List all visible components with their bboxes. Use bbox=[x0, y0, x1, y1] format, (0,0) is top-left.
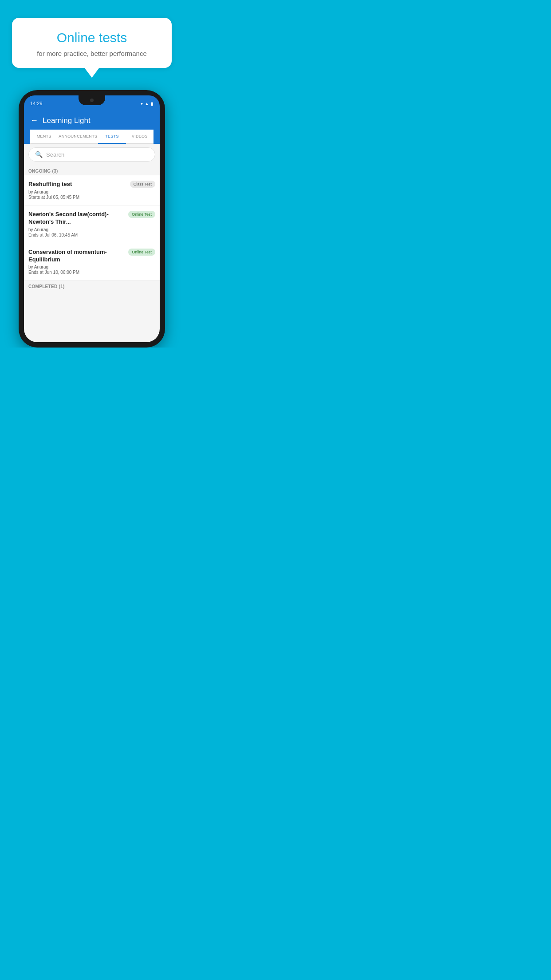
tab-ments[interactable]: MENTS bbox=[30, 130, 58, 143]
completed-section-label: COMPLETED (1) bbox=[24, 281, 160, 291]
test-item[interactable]: Conservation of momentum-Equilibrium Onl… bbox=[24, 243, 160, 281]
speech-bubble: Online tests for more practice, better p… bbox=[12, 18, 172, 68]
test-item-header: Newton's Second law(contd)-Newton's Thir… bbox=[28, 211, 155, 226]
tab-announcements[interactable]: ANNOUNCEMENTS bbox=[58, 130, 98, 143]
app-header-top: ← Learning Light bbox=[30, 116, 153, 130]
test-author: by Anurag bbox=[28, 265, 155, 269]
status-time: 14:29 bbox=[30, 101, 43, 106]
search-bar[interactable]: 🔍 Search bbox=[28, 147, 155, 162]
test-item-header: Reshuffling test Class Test bbox=[28, 181, 155, 188]
test-meta: by Anurag Starts at Jul 05, 05:45 PM bbox=[28, 190, 155, 200]
test-item-header: Conservation of momentum-Equilibrium Onl… bbox=[28, 249, 155, 264]
test-time: Starts at Jul 05, 05:45 PM bbox=[28, 195, 155, 200]
test-badge: Online Test bbox=[128, 211, 155, 218]
app-title: Learning Light bbox=[43, 116, 91, 125]
back-button[interactable]: ← bbox=[30, 116, 38, 125]
test-meta: by Anurag Ends at Jul 06, 10:45 AM bbox=[28, 227, 155, 237]
camera-dot bbox=[90, 99, 94, 102]
promo-title: Online tests bbox=[23, 30, 161, 45]
test-meta: by Anurag Ends at Jun 10, 06:00 PM bbox=[28, 265, 155, 275]
promo-area: Online tests for more practice, better p… bbox=[0, 0, 184, 68]
test-name: Conservation of momentum-Equilibrium bbox=[28, 249, 125, 264]
test-author: by Anurag bbox=[28, 190, 155, 194]
promo-subtitle: for more practice, better performance bbox=[23, 50, 161, 57]
tests-list: Reshuffling test Class Test by Anurag St… bbox=[24, 175, 160, 281]
test-time: Ends at Jun 10, 06:00 PM bbox=[28, 270, 155, 275]
phone-outer: 14:29 ▾ ▲ ▮ ← Learning Light bbox=[19, 90, 165, 348]
phone-mockup: 14:29 ▾ ▲ ▮ ← Learning Light bbox=[19, 90, 165, 348]
test-item[interactable]: Newton's Second law(contd)-Newton's Thir… bbox=[24, 205, 160, 243]
app-header: ← Learning Light MENTS ANNOUNCEMENTS TES… bbox=[24, 111, 160, 144]
status-bar: 14:29 ▾ ▲ ▮ bbox=[24, 95, 160, 111]
tab-videos[interactable]: VIDEOS bbox=[126, 130, 153, 143]
test-name: Newton's Second law(contd)-Newton's Thir… bbox=[28, 211, 125, 226]
test-time: Ends at Jul 06, 10:45 AM bbox=[28, 233, 155, 237]
status-icons: ▾ ▲ ▮ bbox=[141, 101, 153, 106]
test-name: Reshuffling test bbox=[28, 181, 126, 188]
test-author: by Anurag bbox=[28, 227, 155, 232]
search-input[interactable]: Search bbox=[46, 151, 64, 158]
test-badge: Class Test bbox=[130, 181, 155, 188]
tabs-bar: MENTS ANNOUNCEMENTS TESTS VIDEOS bbox=[30, 130, 153, 144]
search-icon: 🔍 bbox=[35, 151, 43, 158]
wifi-icon: ▾ bbox=[141, 101, 143, 106]
search-container: 🔍 Search bbox=[24, 144, 160, 165]
phone-screen: ← Learning Light MENTS ANNOUNCEMENTS TES… bbox=[24, 111, 160, 342]
test-badge: Online Test bbox=[128, 249, 155, 256]
battery-icon: ▮ bbox=[151, 101, 153, 106]
tab-tests[interactable]: TESTS bbox=[98, 130, 126, 143]
phone-notch bbox=[79, 95, 105, 105]
signal-icon: ▲ bbox=[145, 101, 149, 106]
test-item[interactable]: Reshuffling test Class Test by Anurag St… bbox=[24, 175, 160, 205]
ongoing-section-label: ONGOING (3) bbox=[24, 165, 160, 175]
